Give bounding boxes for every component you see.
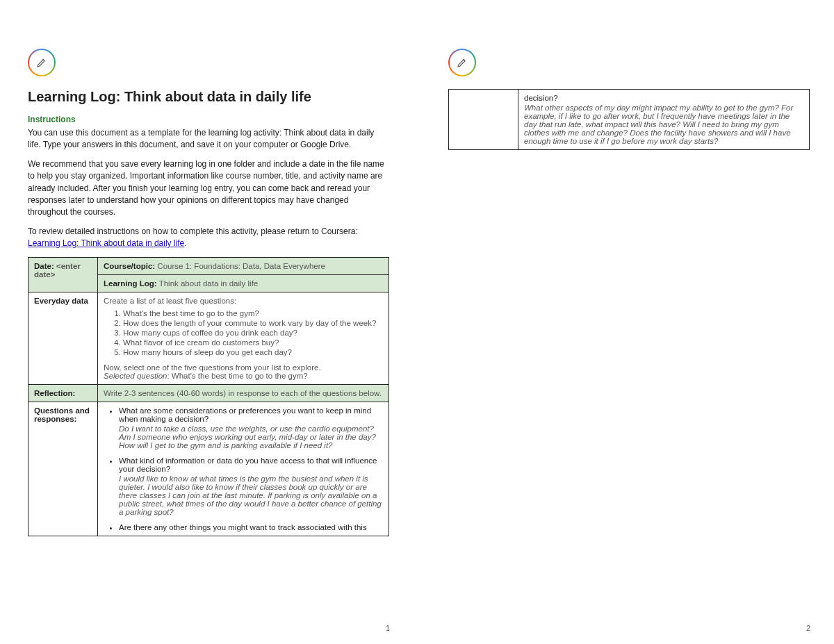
continuation-left	[449, 90, 518, 149]
course-value: Course 1: Foundations: Data, Data Everyw…	[155, 262, 325, 270]
question-item: How does the length of your commute to w…	[123, 319, 383, 327]
reflection-label: Reflection:	[28, 384, 98, 402]
bullet-question: What kind of information or data do you …	[119, 456, 377, 473]
bullet-item: What are some considerations or preferen…	[119, 406, 383, 449]
qr-content: What are some considerations or preferen…	[98, 402, 389, 536]
intro-paragraph-1: You can use this document as a template …	[28, 127, 389, 151]
everyday-intro: Create a list of at least five questions…	[104, 297, 383, 305]
bullet-question: Are there any other things you might wan…	[119, 523, 367, 531]
date-cell: Date: <enter date>	[28, 257, 98, 292]
everyday-label: Everyday data	[28, 292, 98, 384]
bullet-item: What kind of information or data do you …	[119, 456, 383, 516]
course-cell: Course/topic: Course 1: Foundations: Dat…	[98, 257, 389, 274]
everyday-selected: Selected question: What's the best time …	[104, 372, 383, 380]
selected-value: : What's the best time to go to the gym?	[167, 372, 307, 380]
question-item: How many hours of sleep do you get each …	[123, 348, 383, 356]
bullet-answer: I would like to know at what times is th…	[119, 474, 383, 516]
instructions-heading: Instructions	[28, 115, 389, 124]
selected-label: Selected question	[104, 372, 167, 380]
response-bullets: What are some considerations or preferen…	[104, 406, 383, 531]
log-label: Learning Log:	[104, 279, 157, 288]
page-number-1: 1	[386, 624, 390, 632]
continuation-question: decision?	[524, 94, 803, 102]
log-value: Think about data in daily life	[157, 279, 259, 288]
course-label: Course/topic:	[104, 262, 155, 270]
intro-paragraph-2: We recommend that you save every learnin…	[28, 158, 389, 219]
intro-3-suffix: .	[184, 238, 186, 248]
page-2: decision? What other aspects of my day m…	[448, 49, 810, 150]
bullet-answer: Do I want to take a class, use the weigh…	[119, 424, 383, 449]
question-item: What's the best time to go to the gym?	[123, 309, 383, 317]
pencil-icon	[456, 56, 468, 69]
everyday-select: Now, select one of the five questions fr…	[104, 363, 383, 372]
coursera-link[interactable]: Learning Log: Think about data in daily …	[28, 238, 184, 248]
bullet-question: What are some considerations or preferen…	[119, 406, 371, 423]
page-1: Learning Log: Think about data in daily …	[28, 49, 389, 536]
pencil-icon	[35, 56, 48, 69]
learning-log-table: Date: <enter date> Course/topic: Course …	[28, 257, 389, 536]
page-title: Learning Log: Think about data in daily …	[28, 89, 389, 105]
date-label: Date:	[34, 262, 54, 270]
reflection-text: Write 2-3 sentences (40-60 words) in res…	[98, 384, 389, 402]
everyday-content: Create a list of at least five questions…	[98, 292, 389, 384]
intro-3-prefix: To review detailed instructions on how t…	[28, 226, 358, 236]
pencil-circle-icon	[28, 49, 56, 76]
intro-paragraph-3: To review detailed instructions on how t…	[28, 226, 389, 250]
qr-label: Questions and responses:	[28, 402, 98, 536]
question-list: What's the best time to go to the gym? H…	[104, 309, 383, 356]
log-cell: Learning Log: Think about data in daily …	[98, 274, 389, 292]
page-number-2: 2	[806, 624, 810, 632]
continuation-right: decision? What other aspects of my day m…	[518, 90, 809, 149]
bullet-item: Are there any other things you might wan…	[119, 523, 383, 531]
continuation-box: decision? What other aspects of my day m…	[448, 89, 810, 150]
continuation-answer: What other aspects of my day might impac…	[524, 104, 803, 145]
question-item: How many cups of coffee do you drink eac…	[123, 329, 383, 337]
question-item: What flavor of ice cream do customers bu…	[123, 338, 383, 347]
pencil-circle-icon	[448, 49, 476, 76]
